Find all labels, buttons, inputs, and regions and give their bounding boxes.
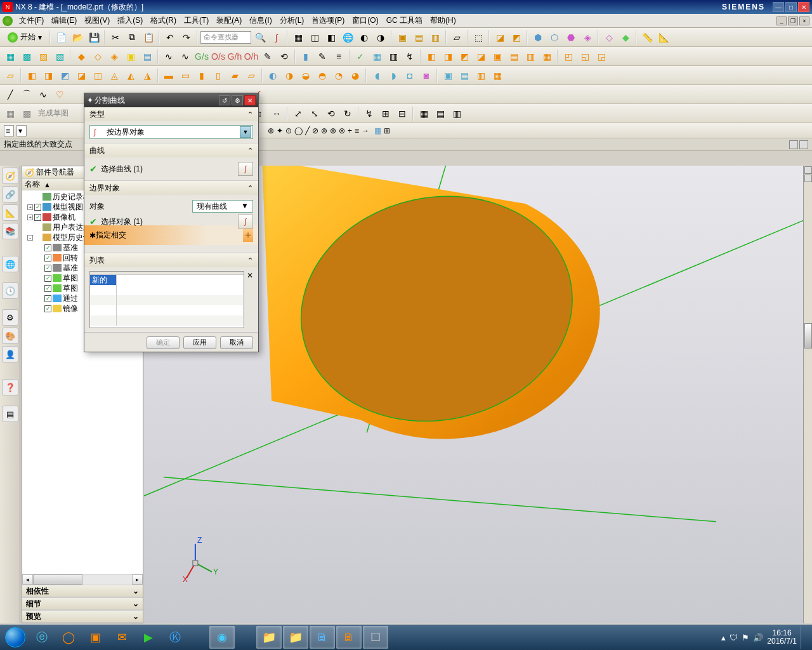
- help-tab-icon[interactable]: ❓: [2, 379, 18, 395]
- tool-icon[interactable]: ▩: [19, 49, 34, 64]
- tool-icon[interactable]: ◐: [265, 68, 280, 83]
- tray-clock[interactable]: 16:16 2016/7/1: [767, 629, 797, 646]
- section-dependencies[interactable]: 相依性⌄: [22, 585, 143, 597]
- tool-icon[interactable]: ✓: [353, 49, 368, 64]
- tool-icon[interactable]: 🌐: [340, 30, 355, 45]
- assembly-tab-icon[interactable]: 🔗: [2, 186, 18, 202]
- sel-tool-icon[interactable]: ≡: [355, 126, 359, 135]
- cut-icon[interactable]: ✂: [108, 30, 123, 45]
- tool-icon[interactable]: ▣: [395, 30, 410, 45]
- tool-icon[interactable]: ▥: [523, 49, 538, 64]
- tool-icon[interactable]: ▤: [506, 49, 521, 64]
- tool-icon[interactable]: ▯: [211, 68, 226, 83]
- web-tab-icon[interactable]: 🌐: [2, 256, 18, 272]
- taskbar-app-generic[interactable]: ☐: [363, 626, 388, 649]
- tool-icon[interactable]: ▦: [3, 49, 18, 64]
- tool-icon[interactable]: ◨: [41, 68, 56, 83]
- tool-icon[interactable]: ◒: [298, 68, 313, 83]
- tool-icon[interactable]: ▣: [440, 68, 455, 83]
- command-finder-input[interactable]: 命令查找器: [200, 31, 251, 44]
- taskbar-app-ie[interactable]: ⓔ: [29, 626, 55, 649]
- sketch-icon[interactable]: ▩: [19, 106, 34, 121]
- tool-icon[interactable]: ▰: [227, 68, 242, 83]
- tool-icon[interactable]: ⊟: [395, 106, 410, 121]
- open-icon[interactable]: 📂: [70, 30, 85, 45]
- navigator-tab-icon[interactable]: 🧭: [2, 168, 18, 184]
- layers-tab-icon[interactable]: ▤: [2, 406, 18, 422]
- tool-icon[interactable]: ◈: [107, 49, 122, 64]
- tool-icon[interactable]: ◑: [282, 68, 297, 83]
- sel-tool-icon[interactable]: ⊕: [268, 126, 274, 135]
- tool-icon[interactable]: ◬: [107, 68, 122, 83]
- tool-icon[interactable]: ▥: [449, 106, 464, 121]
- menu-edit[interactable]: 编辑(E): [48, 14, 81, 27]
- dropdown-arrow-icon[interactable]: ▼: [241, 201, 251, 211]
- close-button[interactable]: ✕: [798, 2, 809, 12]
- tool-icon[interactable]: ▦: [291, 30, 306, 45]
- tool-icon[interactable]: ▱: [244, 68, 259, 83]
- tool-icon[interactable]: ◆: [74, 49, 89, 64]
- tool-icon[interactable]: ◫: [307, 30, 322, 45]
- menu-assembly[interactable]: 装配(A): [213, 14, 246, 27]
- tool-icon[interactable]: ⬣: [563, 30, 579, 45]
- finish-sketch-label[interactable]: 完成草图: [36, 108, 71, 119]
- tool-icon[interactable]: ◑: [373, 30, 388, 45]
- section-details[interactable]: 细节⌄: [22, 597, 143, 610]
- role-tab-icon[interactable]: 👤: [2, 346, 18, 362]
- section-header-list[interactable]: 列表⌃: [84, 253, 258, 267]
- section-preview[interactable]: 预览⌄: [22, 610, 143, 623]
- tool-icon[interactable]: ↯: [402, 49, 417, 64]
- taskbar-app-generic[interactable]: ✉: [109, 626, 134, 649]
- menu-view[interactable]: 视图(V): [81, 14, 114, 27]
- new-icon[interactable]: 📄: [53, 30, 69, 45]
- tool-icon[interactable]: ⟲: [324, 106, 339, 121]
- tool-icon[interactable]: ⬢: [530, 30, 546, 45]
- tool-icon[interactable]: ▦: [539, 49, 554, 64]
- menu-help[interactable]: 帮助(H): [426, 14, 460, 27]
- tool-icon[interactable]: ▤: [411, 30, 426, 45]
- sel-tool-icon[interactable]: ⊞: [384, 126, 390, 135]
- taskbar-app-nx[interactable]: ◉: [209, 626, 235, 649]
- tool-icon[interactable]: ▥: [473, 68, 488, 83]
- line-icon[interactable]: ╱: [3, 87, 18, 102]
- delete-item-button[interactable]: ✕: [247, 271, 253, 285]
- tool-icon[interactable]: ⤡: [307, 106, 322, 121]
- save-icon[interactable]: 💾: [86, 30, 102, 45]
- sel-tool-icon[interactable]: ⊜: [339, 126, 345, 135]
- sketch-icon[interactable]: ▦: [3, 106, 18, 121]
- tool-icon[interactable]: ◲: [594, 49, 609, 64]
- tool-icon[interactable]: ◐: [357, 30, 372, 45]
- tool-icon[interactable]: ▬: [161, 68, 176, 83]
- palette-tab-icon[interactable]: 🎨: [2, 328, 18, 344]
- tool-icon[interactable]: ◙: [419, 68, 434, 83]
- tool-icon[interactable]: ◕: [348, 68, 363, 83]
- tool-icon[interactable]: ✎: [260, 49, 275, 64]
- tool-icon[interactable]: ◨: [440, 49, 455, 64]
- sel-tool-icon[interactable]: ╱: [305, 126, 310, 135]
- tool-icon[interactable]: ▮: [298, 49, 313, 64]
- spline-icon[interactable]: ∿: [36, 87, 51, 102]
- tool-icon[interactable]: ▱: [3, 68, 18, 83]
- tool-icon[interactable]: ✎: [315, 49, 330, 64]
- tool-icon[interactable]: ◇: [90, 49, 105, 64]
- tool-icon[interactable]: ∿: [161, 49, 176, 64]
- tool-icon[interactable]: ◱: [577, 49, 593, 64]
- start-orb[interactable]: [3, 626, 28, 649]
- system-tray[interactable]: ▴ 🛡 ⚑ 🔊 16:16 2016/7/1: [721, 626, 809, 649]
- taskbar-app-pdf[interactable]: 🗎: [336, 626, 362, 649]
- menu-analysis[interactable]: 分析(L): [276, 14, 308, 27]
- tray-volume-icon[interactable]: 🔊: [753, 633, 763, 642]
- select-curve-row[interactable]: ✔ 选择曲线 (1) ∫: [89, 161, 253, 176]
- apply-button[interactable]: 应用: [183, 336, 216, 349]
- taskbar-app-kugou[interactable]: Ⓚ: [162, 626, 188, 649]
- tool-icon[interactable]: ⬚: [471, 30, 486, 45]
- menu-tools[interactable]: 工具(T): [180, 14, 213, 27]
- type-combobox[interactable]: ∫ 按边界对象 ▼: [89, 125, 253, 139]
- sel-tool-icon[interactable]: ⊘: [312, 126, 318, 135]
- sel-tool-icon[interactable]: ⊙: [285, 126, 292, 135]
- maximize-button[interactable]: □: [785, 2, 797, 12]
- tool-icon[interactable]: ◧: [324, 30, 339, 45]
- viewport-strip-btn[interactable]: [804, 175, 812, 182]
- tool-icon[interactable]: ⬡: [547, 30, 562, 45]
- sel-tool-icon[interactable]: →: [362, 126, 369, 135]
